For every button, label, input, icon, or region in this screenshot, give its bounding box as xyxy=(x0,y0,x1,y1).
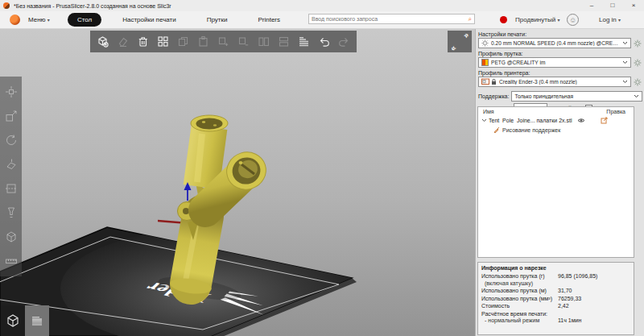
cost-value: 2,42 xyxy=(558,303,569,310)
print-time-value: 11ч 1мин xyxy=(558,317,581,325)
titlebar: *Без названия - PrusaSlicer-2.8.0 создан… xyxy=(0,0,644,11)
edit-icon[interactable] xyxy=(601,117,608,124)
object-name[interactable]: Tent_Pole_Joine... палатки 2x.stl xyxy=(489,118,572,123)
measure-icon[interactable] xyxy=(0,249,22,273)
tab-printers[interactable]: Printers xyxy=(248,13,290,27)
scale-icon[interactable] xyxy=(0,104,22,128)
prusaslicer-window: *Без названия - PrusaSlicer-2.8.0 создан… xyxy=(0,0,644,336)
chevron-down-icon xyxy=(634,94,639,98)
add-object-icon[interactable] xyxy=(93,31,113,52)
search-icon[interactable]: ⌕ xyxy=(469,15,474,23)
brush-icon xyxy=(493,127,500,134)
slice-info-row: Использовано прутка (мм³) 76259,33 xyxy=(481,296,630,303)
3d-viewport[interactable]: Ender xyxy=(0,29,475,336)
chevron-down-icon xyxy=(622,80,628,84)
print-settings-gear-button[interactable] xyxy=(633,39,642,48)
support-paint-row[interactable]: Рисование поддержек xyxy=(478,125,634,135)
chevron-down-icon: ▾ xyxy=(47,18,50,23)
slice-info-row: Использовано прутка (г)(включая катушку)… xyxy=(481,273,630,287)
filament-profile-dropdown[interactable]: PETG @CREALITY im xyxy=(478,57,631,68)
login-button[interactable]: Log in ▾ xyxy=(599,16,621,23)
undo-icon[interactable] xyxy=(314,31,334,52)
menu-dropdown[interactable]: Меню ▾ xyxy=(28,16,50,23)
eye-icon[interactable] xyxy=(577,118,585,123)
sidebar: Настройки печати: 0.20 mm NORMAL SPEED (… xyxy=(475,29,644,336)
maximize-button[interactable]: □ xyxy=(602,0,623,11)
slice-info-row: Использовано прутка (м) 31,70 xyxy=(481,288,630,295)
place-on-face-icon[interactable] xyxy=(0,152,22,176)
cut-icon[interactable] xyxy=(0,176,22,201)
filament-color-swatch xyxy=(481,59,489,66)
filament-used-mm3-value: 76259,33 xyxy=(558,296,581,303)
rotate-icon[interactable] xyxy=(0,128,22,152)
printer-profile-dropdown[interactable]: Creality Ender-3 (0.4 mm nozzle) xyxy=(478,77,631,87)
paste-icon xyxy=(193,31,213,52)
search-input[interactable] xyxy=(309,16,469,22)
slice-info-panel: Информация о нарезке Использовано прутка… xyxy=(477,262,634,335)
tab-plater[interactable]: Стол xyxy=(68,13,101,27)
preview-view-button[interactable] xyxy=(25,305,49,336)
top-toolbar xyxy=(90,31,357,52)
search-box[interactable]: ⌕ xyxy=(308,14,475,24)
chevron-down-icon xyxy=(622,41,628,45)
slice-info-title: Информация о нарезке xyxy=(481,265,630,271)
arrange-icon[interactable] xyxy=(153,31,173,52)
object-list-edit-header: Правка xyxy=(606,109,625,114)
printer-label: Профиль принтера: xyxy=(478,70,644,76)
printer-settings-gear-button[interactable] xyxy=(633,77,642,87)
delete-all-icon[interactable] xyxy=(133,31,153,52)
slice-info-row: Стоимость 2,42 xyxy=(481,303,630,310)
tab-print-settings[interactable]: Настройки печати xyxy=(113,13,186,27)
filament-used-g-value: 96,85 (1096,85) xyxy=(558,273,597,280)
window-title: *Без названия - PrusaSlicer-2.8.0 создан… xyxy=(14,3,171,9)
print-settings-label: Настройки печати: xyxy=(478,31,644,37)
object-row[interactable]: Tent_Pole_Joine... палатки 2x.stl xyxy=(478,115,634,125)
chevron-right-icon: » xyxy=(461,31,471,40)
app-logo-icon xyxy=(3,2,10,9)
3d-editor-view-button[interactable] xyxy=(1,305,25,336)
variable-layer-height-icon[interactable] xyxy=(294,31,314,52)
object-list: Имя Правка Tent_Pole_Joine... палатки 2x… xyxy=(477,106,634,258)
object-list-name-header: Имя xyxy=(483,109,494,114)
redo-icon xyxy=(334,31,354,52)
add-instance-icon xyxy=(213,31,233,52)
left-toolbar xyxy=(0,77,22,276)
mode-selector[interactable]: Продвинутый ▾ xyxy=(515,16,559,23)
remove-instance-icon xyxy=(233,31,254,52)
account-icon[interactable]: ☺ xyxy=(567,14,579,26)
close-button[interactable]: × xyxy=(623,0,644,11)
profile-gear-icon xyxy=(481,39,489,47)
filament-used-m-value: 31,70 xyxy=(558,288,572,295)
copy-icon xyxy=(173,31,193,52)
paint-on-supports-icon[interactable] xyxy=(0,201,22,225)
split-to-parts-icon xyxy=(274,31,294,52)
slice-info-row: Расчётное время печати:- нормальный режи… xyxy=(481,311,630,325)
tab-filaments[interactable]: Прутки xyxy=(197,13,237,27)
chevron-down-icon: ▾ xyxy=(557,18,559,23)
support-paint-label: Рисование поддержек xyxy=(502,127,560,133)
chevron-down-icon xyxy=(622,60,628,64)
scene: Ender xyxy=(0,29,475,336)
delete-object-icon xyxy=(113,31,133,52)
chevron-down-icon: ▾ xyxy=(618,18,621,23)
filament-label: Профиль прутка: xyxy=(478,51,644,56)
support-label: Поддержка: xyxy=(478,93,509,99)
move-icon[interactable] xyxy=(0,80,22,104)
filament-settings-gear-button[interactable] xyxy=(633,58,642,68)
support-dropdown[interactable]: Только принудительная xyxy=(511,91,642,102)
printer-icon xyxy=(481,78,489,85)
fuzzy-skin-icon[interactable] xyxy=(0,225,22,249)
chevron-left-icon: « xyxy=(448,44,458,53)
minimize-button[interactable]: – xyxy=(581,0,602,11)
prusa-logo-icon xyxy=(10,15,20,25)
collapse-sidebar-button[interactable]: » « xyxy=(448,31,472,52)
view-toggle xyxy=(1,305,49,336)
menubar: Меню ▾ Стол Настройки печати Прутки Prin… xyxy=(0,11,644,29)
split-to-objects-icon xyxy=(254,31,274,52)
tree-collapse-icon[interactable] xyxy=(481,118,487,122)
print-profile-dropdown[interactable]: 0.20 mm NORMAL SPEED (0.4 mm nozzle) @CR… xyxy=(478,38,631,48)
lock-icon xyxy=(491,78,497,85)
notification-dot-icon xyxy=(500,16,507,23)
